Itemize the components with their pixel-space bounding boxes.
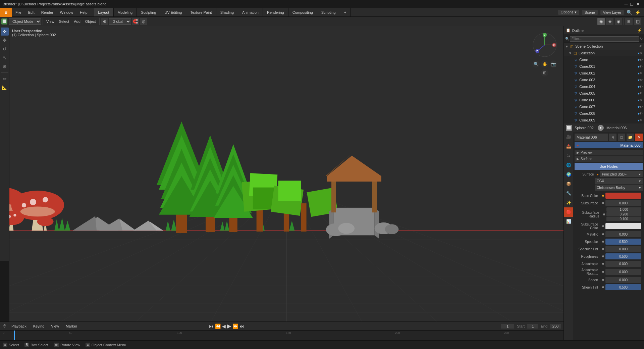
cone-visibility-7[interactable]: 👁 [639,105,643,109]
material-users-btn[interactable]: 4 [609,134,616,141]
specular-field[interactable]: 0.500 [605,239,641,245]
cone-visibility-3[interactable]: 👁 [639,78,643,82]
use-nodes-btn[interactable]: Use Nodes [575,163,643,170]
tab-shading[interactable]: Shading [216,8,238,16]
annotate-tool[interactable]: ✏ [1,75,9,83]
tab-rendering[interactable]: Rendering [263,8,288,16]
minimize-btn[interactable]: ─ [625,1,628,7]
cone-visibility-6[interactable]: 👁 [639,98,643,102]
subsurface-color-field[interactable] [605,223,641,229]
base-color-field[interactable] [605,193,641,199]
camera-btn[interactable]: 📷 [550,60,557,68]
prop-tab-view-layer[interactable]: 🗂 [564,151,573,160]
viewport-canvas[interactable] [9,26,564,321]
scene-collection-collapse[interactable]: ▼ [565,45,569,48]
subsurface-radius-y[interactable]: 0.200 [606,212,641,216]
cone-visibility-9[interactable]: 👁 [639,118,643,122]
menu-window[interactable]: Window [57,8,76,16]
timeline-view-menu[interactable]: View [49,323,61,330]
outliner-item-cone006[interactable]: ▽ Cone.006 ▾ 👁 [564,97,644,103]
anisotropic-field[interactable]: 0.000 [605,261,641,267]
tab-uv-editing[interactable]: UV Editing [160,8,186,16]
snap-btn[interactable]: 🧲 [132,18,139,25]
prop-tab-scene[interactable]: 🌐 [564,160,573,170]
viewport-shading-material[interactable]: ◈ [606,18,613,25]
add-menu[interactable]: Add [72,18,83,25]
prop-tab-render[interactable]: 🎥 [564,132,573,142]
options-btn[interactable]: Options ▾ [558,10,579,15]
viewport-gizmo[interactable]: Y X Z 🔍 ✋ 📷 ⊞ [531,32,558,72]
tab-animation[interactable]: Animation [238,8,263,16]
preview-section-header[interactable]: ▶ Preview [575,150,643,155]
search-icon[interactable]: 🔍 [627,10,632,15]
step-forward-btn[interactable]: ⏩ [232,323,238,329]
tab-sculpting[interactable]: Sculpting [137,8,160,16]
tab-add[interactable]: + [340,8,351,16]
cone-visibility-0[interactable]: 👁 [639,58,643,62]
jump-end-btn[interactable]: ⏭ [239,323,244,329]
xray-btn[interactable]: ◫ [634,18,641,25]
view-menu[interactable]: View [44,18,56,25]
cone-visibility-4[interactable]: 👁 [639,85,643,89]
cursor-tool[interactable]: ✛ [1,28,9,36]
current-frame-field[interactable]: 1 [501,324,514,329]
scene-selector[interactable]: Scene [582,10,598,15]
proportional-btn[interactable]: ◎ [140,18,147,25]
tab-scripting[interactable]: Scripting [317,8,340,16]
outliner-collection[interactable]: ▼ ◫ Collection ▾ 👁 [564,50,644,56]
viewport-shading-rendered[interactable]: ◉ [615,18,622,25]
tab-texture-paint[interactable]: Texture Paint [186,8,216,16]
menu-edit[interactable]: Edit [25,8,38,16]
prop-tab-material[interactable]: 🔴 [564,207,573,217]
transform-btn1[interactable]: ⊕ [101,18,108,25]
outliner-search-input[interactable] [570,36,639,42]
move-tool[interactable]: ✥ [1,36,9,44]
outliner-sync-icon[interactable]: ↻ [640,37,643,41]
collection-visibility[interactable]: 👁 [639,51,643,55]
subsurface-field[interactable]: 0.000 [605,200,641,206]
outliner-item-cone003[interactable]: ▽ Cone.003 ▾ 👁 [564,77,644,83]
prop-tab-object[interactable]: 📦 [564,179,573,189]
zoom-camera-btn[interactable]: 🔍 [532,60,540,68]
menu-file[interactable]: File [12,8,25,16]
sheen-tint-field[interactable]: 0.500 [605,284,641,290]
tab-layout[interactable]: Layout [94,8,114,16]
transform-select[interactable]: Global [109,18,131,25]
menu-render[interactable]: Render [38,8,57,16]
outliner-item-cone004[interactable]: ▽ Cone.004 ▾ 👁 [564,83,644,90]
view-layer-selector[interactable]: View Layer [600,10,624,15]
outliner-item-cone002[interactable]: ▽ Cone.002 ▾ 👁 [564,70,644,77]
grid-btn[interactable]: ⊞ [541,69,548,77]
metallic-field[interactable]: 0.000 [605,231,641,237]
specular-tint-field[interactable]: 0.000 [605,246,641,252]
outliner-item-cone005[interactable]: ▽ Cone.005 ▾ 👁 [564,90,644,97]
scene-collection-visibility[interactable]: 👁 [639,45,643,48]
menu-help[interactable]: Help [76,8,91,16]
marker-menu[interactable]: Marker [64,323,79,330]
surface-section-header[interactable]: ▶ Surface [575,156,643,162]
maximize-btn[interactable]: □ [631,1,633,7]
material-delete-btn[interactable]: ✕ [635,134,643,141]
play-reverse-btn[interactable]: ◀ [222,323,226,329]
prop-tab-particles[interactable]: ✨ [564,198,573,207]
outliner-item-cone009[interactable]: ▽ Cone.009 ▾ 👁 [564,117,644,123]
outliner-item-cone001[interactable]: ▽ Cone.001 ▾ 👁 [564,63,644,70]
material-selector[interactable]: Material.006 [575,134,608,141]
subsurface-method-selector[interactable]: Christensen-Burley ▾ [595,185,643,191]
timeline-track[interactable]: 0 50 100 150 200 250 [0,331,564,341]
distribution-selector[interactable]: GGX ▾ [595,178,643,184]
cone-visibility-2[interactable]: 👁 [639,71,643,75]
prop-material-icon[interactable]: ● [598,125,604,131]
tab-modeling[interactable]: Modeling [114,8,137,16]
collection-collapse[interactable]: ▼ [569,51,572,55]
close-btn[interactable]: ✕ [636,1,640,7]
cone-visibility-1[interactable]: 👁 [639,65,643,68]
cone-visibility-8[interactable]: 👁 [639,112,643,115]
filter-icon[interactable]: ⚡ [635,10,641,15]
prop-tab-output[interactable]: 📤 [564,142,573,151]
prop-tab-world[interactable]: 🌍 [564,170,573,179]
end-frame-field[interactable]: 250 [550,324,561,329]
jump-start-btn[interactable]: ⏮ [209,323,214,329]
playback-menu[interactable]: Playback [9,323,29,330]
outliner-item-cone008[interactable]: ▽ Cone.008 ▾ 👁 [564,110,644,117]
